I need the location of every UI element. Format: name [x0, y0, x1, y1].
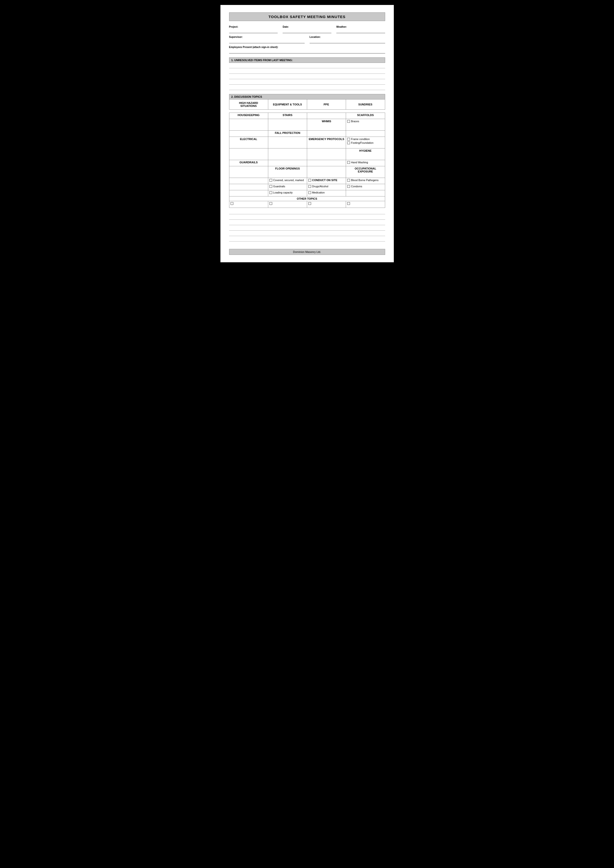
covered-checkbox[interactable] — [269, 179, 272, 181]
unresolved-header: 1. UNRESOLVED ITEMS FROM LAST MEETING: — [229, 57, 385, 63]
frame-condition-item: Frame condition — [347, 138, 383, 141]
condoms-checkbox[interactable] — [347, 185, 350, 188]
cell-loading-capacity: Loading capacity — [268, 190, 307, 197]
condoms-text: Condoms — [351, 185, 362, 188]
unresolved-line-1[interactable] — [229, 64, 385, 68]
supervisor-field: Supervisor: — [229, 36, 305, 43]
drugs-alcohol-item: Drugs/Alcohol — [308, 185, 345, 188]
employees-value[interactable] — [229, 49, 385, 53]
date-label: Date: — [283, 25, 331, 28]
medication-checkbox[interactable] — [308, 191, 311, 194]
other-topic-2 — [268, 201, 307, 208]
cell-f1 — [229, 184, 268, 190]
project-value[interactable] — [229, 29, 278, 33]
other-topics-label: OTHER TOPICS — [231, 197, 384, 200]
checklist-row-10: Loading capacity Medication — [229, 190, 385, 197]
bottom-line-3[interactable] — [229, 221, 385, 225]
electrical-label: ELECTRICAL — [231, 138, 267, 141]
guardrails-floor-checkbox[interactable] — [269, 185, 272, 188]
checklist-row-2: WHMIS Braces — [229, 119, 385, 131]
weather-value[interactable] — [336, 29, 385, 33]
braces-item: Braces — [347, 120, 383, 123]
checklist-row-6: GUARDRAILS Hand Washing — [229, 160, 385, 166]
other-topic-1-item — [231, 202, 267, 207]
bottom-line-2[interactable] — [229, 216, 385, 220]
unresolved-line-4[interactable] — [229, 81, 385, 85]
guardrails-label: GUARDRAILS — [231, 161, 267, 164]
page: TOOLBOX SAFETY MEETING MINUTES Project: … — [221, 5, 394, 262]
unresolved-line-2[interactable] — [229, 70, 385, 74]
cell-blood-borne: Blood Borne Pathogens — [346, 178, 385, 184]
location-field: Location: — [309, 36, 385, 43]
checklist-table: HOUSEKEEPING STAIRS SCAFFOLDS — [229, 113, 385, 208]
bottom-line-1[interactable] — [229, 210, 385, 214]
bottom-line-6[interactable] — [229, 237, 385, 242]
other-topics-header-cell: OTHER TOPICS — [229, 197, 385, 201]
weather-field: Weather: — [336, 25, 385, 33]
cell-d3 — [307, 166, 346, 178]
footing-foundation-checkbox[interactable] — [347, 141, 350, 144]
braces-checkbox[interactable] — [347, 120, 350, 123]
footing-foundation-text: Footing/Foundation — [351, 141, 373, 144]
discussion-header: 2. DISCUSSION TOPICS — [229, 94, 385, 99]
location-label: Location: — [309, 36, 385, 38]
other-topic-2-item — [269, 202, 306, 207]
unresolved-line-5[interactable] — [229, 86, 385, 90]
other-topic-4 — [346, 201, 385, 208]
employees-field: Employees Present (attach sign-in sheet)… — [229, 46, 385, 53]
cell-scaffolds-header: SCAFFOLDS — [346, 113, 385, 119]
frame-condition-text: Frame condition — [351, 138, 370, 141]
topic-col-3: PPE — [307, 99, 346, 109]
cell-stairs-empty — [268, 119, 307, 131]
hand-washing-text: Hand Washing — [351, 161, 368, 164]
employees-label: Employees Present (attach sign-in sheet)… — [229, 46, 385, 48]
other-topic-2-checkbox[interactable] — [269, 202, 272, 205]
field-row-3: Employees Present (attach sign-in sheet)… — [229, 46, 385, 53]
checklist-row-8: Covered, secured, marked CONDUCT ON SITE… — [229, 178, 385, 184]
blood-borne-checkbox[interactable] — [347, 179, 350, 181]
location-value[interactable] — [309, 39, 385, 43]
field-row-1: Project: Date: Weather: — [229, 25, 385, 33]
conduct-header-checkbox[interactable] — [308, 179, 311, 181]
other-topic-3-checkbox[interactable] — [308, 202, 311, 205]
cell-b2 — [268, 149, 307, 160]
hand-washing-checkbox[interactable] — [347, 161, 350, 164]
weather-label: Weather: — [336, 25, 385, 28]
bottom-line-4[interactable] — [229, 227, 385, 231]
bottom-line-5[interactable] — [229, 232, 385, 236]
supervisor-value[interactable] — [229, 39, 305, 43]
cell-frame-condition: Frame condition Footing/Foundation — [346, 137, 385, 149]
date-value[interactable] — [283, 29, 331, 33]
cell-fall-protection-header: FALL PROTECTION — [268, 131, 307, 137]
checklist-row-9: Guardrails Drugs/Alcohol Condoms — [229, 184, 385, 190]
cell-h4 — [346, 190, 385, 197]
drugs-alcohol-checkbox[interactable] — [308, 185, 311, 188]
other-topic-1 — [229, 201, 268, 208]
cell-electrical-empty — [229, 149, 268, 160]
unresolved-section: 1. UNRESOLVED ITEMS FROM LAST MEETING: — [229, 57, 385, 90]
checklist-row-7: FLOOR OPENINGS OCCUPATIONAL EXPOSURE — [229, 166, 385, 178]
cell-braces: Braces — [346, 119, 385, 131]
braces-text: Braces — [351, 120, 359, 123]
cell-guardrails-item: Guardrails — [268, 184, 307, 190]
discussion-topics-grid: HIGH HAZARD SITUATIONS EQUIPMENT & TOOLS… — [229, 99, 385, 110]
cell-g1 — [229, 190, 268, 197]
cell-drugs-alcohol: Drugs/Alcohol — [307, 184, 346, 190]
blood-borne-item: Blood Borne Pathogens — [347, 179, 383, 181]
unresolved-line-3[interactable] — [229, 75, 385, 79]
frame-condition-checkbox[interactable] — [347, 138, 350, 141]
other-topic-1-checkbox[interactable] — [231, 202, 233, 205]
bottom-write-area — [229, 210, 385, 242]
cell-b3 — [307, 149, 346, 160]
cell-whmis-header: WHMIS — [307, 119, 346, 131]
cell-condoms: Condoms — [346, 184, 385, 190]
whmis-label: WHMIS — [308, 120, 345, 123]
hygiene-label: HYGIENE — [347, 149, 383, 152]
blood-borne-text: Blood Borne Pathogens — [351, 179, 378, 181]
other-topic-3-item — [308, 202, 345, 207]
field-row-2: Supervisor: Location: — [229, 36, 385, 43]
other-topic-4-checkbox[interactable] — [347, 202, 350, 205]
loading-capacity-checkbox[interactable] — [269, 191, 272, 194]
topic-col-2: EQUIPMENT & TOOLS — [268, 99, 307, 109]
cell-c3 — [307, 160, 346, 166]
